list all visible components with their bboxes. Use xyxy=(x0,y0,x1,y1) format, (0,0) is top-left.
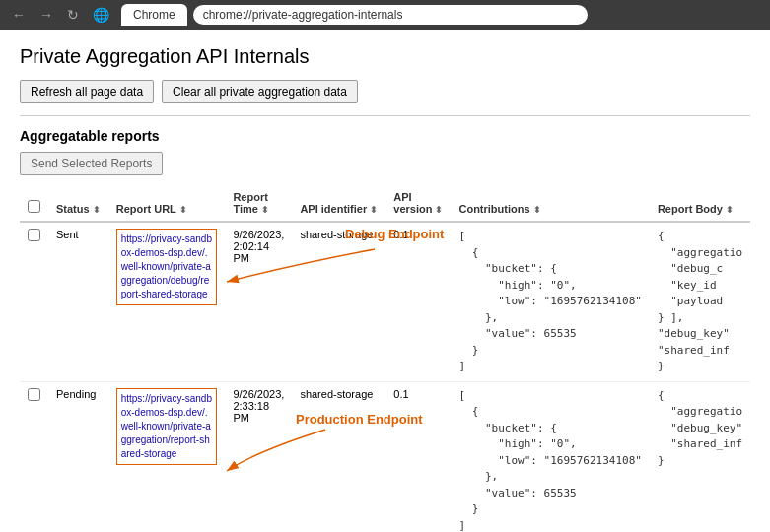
page-title: Private Aggregation API Internals xyxy=(20,45,750,68)
nav-controls: ← → ↻ xyxy=(8,5,83,25)
debug-endpoint-annotation: Debug Endpoint xyxy=(345,227,444,241)
send-selected-button[interactable]: Send Selected Reports xyxy=(20,152,163,175)
row1-status: Sent xyxy=(48,222,108,381)
row2-status: Pending xyxy=(48,381,108,532)
refresh-button[interactable]: Refresh all page data xyxy=(20,80,154,103)
header-report-body: Report Body ⬍ xyxy=(650,185,750,222)
row1-checkbox-cell xyxy=(20,222,48,381)
browser-chrome: ← → ↻ 🌐 Chrome chrome://private-aggregat… xyxy=(0,0,770,30)
row2-api-version: 0.1 xyxy=(385,381,451,532)
page-content: Private Aggregation API Internals Refres… xyxy=(0,30,770,532)
toolbar: Refresh all page data Clear all private … xyxy=(20,80,750,103)
header-report-time: ReportTime ⬍ xyxy=(225,185,292,222)
row2-api-id: shared-storage xyxy=(292,381,385,532)
chrome-logo-icon: 🌐 xyxy=(93,7,109,23)
row2-report-body: { "aggregatio "debug_key" "shared_inf } xyxy=(650,381,750,532)
production-endpoint-annotation: Production Endpoint xyxy=(296,412,423,427)
header-status: Status ⬍ xyxy=(48,185,108,222)
row1-url-box: https://privacy-sandbox-demos-dsp.dev/.w… xyxy=(116,229,218,305)
row2-url-box: https://privacy-sandbox-demos-dsp.dev/.w… xyxy=(116,388,218,465)
header-url: Report URL ⬍ xyxy=(108,185,226,222)
browser-tab[interactable]: Chrome xyxy=(121,4,187,26)
row1-report-body: { "aggregatio "debug_c "key_id "payload … xyxy=(650,222,750,381)
url-text: chrome://private-aggregation-internals xyxy=(203,8,403,22)
row1-contributions: [ { "bucket": { "high": "0", "low": "169… xyxy=(451,222,649,381)
row1-api-version: 0.1 xyxy=(385,222,451,381)
section-title: Aggregatable reports xyxy=(20,128,750,144)
address-bar[interactable]: chrome://private-aggregation-internals xyxy=(193,5,588,25)
row1-api-id: shared-storage xyxy=(292,222,385,381)
table-header-row: Status ⬍ Report URL ⬍ ReportTime ⬍ API i… xyxy=(20,185,750,222)
reload-button[interactable]: ↻ xyxy=(63,5,83,25)
header-api-version: APIversion ⬍ xyxy=(385,185,451,222)
row2-url-cell: https://privacy-sandbox-demos-dsp.dev/.w… xyxy=(108,381,226,532)
table-row: Pending https://privacy-sandbox-demos-ds… xyxy=(20,381,750,532)
table-row: Sent https://privacy-sandbox-demos-dsp.d… xyxy=(20,222,750,381)
back-button[interactable]: ← xyxy=(8,5,30,25)
header-api-id: API identifier ⬍ xyxy=(292,185,385,222)
header-checkbox xyxy=(20,185,48,222)
row1-report-time: 9/26/2023,2:02:14PM xyxy=(225,222,292,381)
divider xyxy=(20,115,750,116)
row2-checkbox[interactable] xyxy=(28,388,40,401)
row2-checkbox-cell xyxy=(20,381,48,532)
row2-report-time: 9/26/2023,2:33:18PM xyxy=(225,381,292,532)
clear-button[interactable]: Clear all private aggregation data xyxy=(162,80,358,103)
row2-contributions: [ { "bucket": { "high": "0", "low": "169… xyxy=(451,381,649,532)
row1-url-cell: https://privacy-sandbox-demos-dsp.dev/.w… xyxy=(108,222,226,381)
select-all-checkbox[interactable] xyxy=(28,200,40,213)
row1-checkbox[interactable] xyxy=(28,229,40,241)
table-wrapper: Debug Endpoint Production Endpoint xyxy=(20,185,750,532)
header-contributions: Contributions ⬍ xyxy=(451,185,649,222)
forward-button[interactable]: → xyxy=(35,5,57,25)
tab-label: Chrome xyxy=(133,8,175,22)
